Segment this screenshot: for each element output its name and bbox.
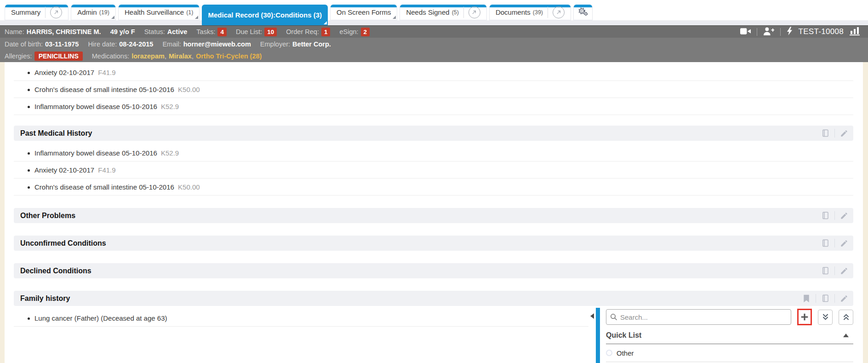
collapse-section-arrow-icon[interactable] bbox=[843, 334, 849, 337]
hire-date-value: 08-24-2015 bbox=[119, 40, 153, 48]
section-title: Unconfirmed Conditions bbox=[20, 239, 106, 248]
tab-divider bbox=[45, 7, 46, 18]
right-scroll-gutter[interactable] bbox=[863, 62, 868, 363]
collapse-all-button[interactable] bbox=[839, 310, 853, 325]
condition-item[interactable]: Inflammatory bowel disease 05-10-2016 K5… bbox=[14, 144, 853, 161]
condition-text[interactable]: Inflammatory bowel disease 05-10-2016 bbox=[34, 149, 157, 157]
edit-pencil-icon[interactable] bbox=[835, 236, 853, 251]
tab-label: On Screen Forms bbox=[337, 8, 391, 16]
status-label: Status: bbox=[144, 28, 165, 35]
section-other-problems: Other Problems bbox=[14, 208, 853, 223]
search-input[interactable] bbox=[620, 313, 787, 321]
left-edge-strip bbox=[0, 62, 5, 363]
condition-code: F41.9 bbox=[98, 166, 115, 174]
tab-health-surveillance[interactable]: Health Surveillance (1) bbox=[118, 5, 200, 20]
quick-list-title: Quick List bbox=[606, 331, 641, 340]
tasks-count-badge[interactable]: 4 bbox=[217, 28, 227, 36]
patient-info-bar: Date of birth: 03-11-1975 Hire date: 08-… bbox=[0, 38, 868, 50]
tab-medical-record-conditions[interactable]: Medical Record (30):Conditions (3) bbox=[202, 5, 328, 25]
conditions-list: Anxiety 02-10-2017 F41.9 Crohn's disease… bbox=[14, 64, 853, 115]
condition-search-popup: Quick List Other bbox=[588, 308, 856, 363]
section-header: Other Problems bbox=[14, 208, 853, 223]
book-icon[interactable] bbox=[816, 291, 834, 306]
quick-list-option-other[interactable]: Other bbox=[606, 344, 853, 362]
external-link-icon[interactable] bbox=[553, 6, 565, 18]
search-icon bbox=[610, 313, 617, 321]
order-req-count-badge[interactable]: 1 bbox=[321, 28, 331, 36]
condition-text[interactable]: Crohn's disease of small intestine 05-10… bbox=[34, 183, 174, 191]
chart-icon[interactable] bbox=[850, 27, 861, 37]
esign-count-badge[interactable]: 2 bbox=[361, 28, 370, 36]
due-list-label: Due List: bbox=[236, 28, 262, 35]
medication-separator: , bbox=[165, 52, 166, 60]
tab-divider bbox=[548, 7, 548, 18]
name-label: Name: bbox=[5, 28, 24, 35]
patient-header-bar: Name: HARRIS, CHRISTINE M. 49 y/o F Stat… bbox=[0, 25, 868, 38]
book-icon[interactable] bbox=[816, 208, 834, 223]
medications-label: Medications: bbox=[92, 52, 129, 60]
condition-item[interactable]: Anxiety 02-10-2017 F41.9 bbox=[14, 161, 853, 179]
add-condition-button[interactable] bbox=[797, 309, 812, 325]
radio-button[interactable] bbox=[606, 350, 612, 356]
email-label: Email: bbox=[162, 40, 181, 48]
condition-text[interactable]: Lung cancer (Father) (Deceased at age 63… bbox=[34, 314, 167, 322]
section-header: Family history bbox=[14, 291, 853, 306]
section-header: Declined Conditions bbox=[14, 263, 853, 278]
edit-pencil-icon[interactable] bbox=[835, 208, 853, 223]
tab-needs-signed[interactable]: Needs Signed (5) bbox=[400, 5, 487, 20]
tab-label: Health Surveillance bbox=[125, 8, 184, 16]
hire-date-label: Hire date: bbox=[88, 40, 117, 48]
bookmark-icon[interactable] bbox=[797, 291, 816, 306]
add-person-icon[interactable] bbox=[763, 27, 774, 37]
condition-text[interactable]: Inflammatory bowel disease 05-10-2016 bbox=[34, 103, 157, 110]
medication-link[interactable]: Miralax bbox=[169, 52, 192, 60]
email-value[interactable]: horner@mieweb.com bbox=[183, 40, 251, 48]
tab-count: (1) bbox=[186, 9, 193, 16]
collapse-popup-button[interactable] bbox=[588, 308, 596, 363]
chart-content: Anxiety 02-10-2017 F41.9 Crohn's disease… bbox=[0, 62, 868, 363]
external-link-icon[interactable] bbox=[468, 6, 480, 18]
allergy-badge[interactable]: PENICILLINS bbox=[34, 52, 83, 61]
edit-pencil-icon[interactable] bbox=[835, 126, 853, 141]
tab-documents[interactable]: Documents (39) bbox=[489, 5, 571, 20]
condition-text[interactable]: Anxiety 02-10-2017 bbox=[34, 166, 94, 174]
section-unconfirmed-conditions: Unconfirmed Conditions bbox=[14, 236, 853, 251]
medication-link[interactable]: Ortho Tri-Cyclen (28) bbox=[196, 52, 262, 60]
medication-link[interactable]: lorazepam bbox=[131, 52, 165, 60]
quick-list-header[interactable]: Quick List bbox=[606, 331, 853, 344]
condition-item[interactable]: Inflammatory bowel disease 05-10-2016 K5… bbox=[14, 98, 853, 115]
tab-settings-button[interactable] bbox=[573, 5, 593, 20]
condition-item[interactable]: Anxiety 02-10-2017 F41.9 bbox=[14, 64, 853, 81]
condition-code: F41.9 bbox=[98, 69, 115, 76]
header-divider bbox=[780, 28, 781, 36]
book-icon[interactable] bbox=[816, 126, 834, 141]
external-link-icon[interactable] bbox=[50, 6, 62, 18]
popup-accent-bar bbox=[596, 308, 600, 363]
tab-admin[interactable]: Admin (19) bbox=[71, 5, 116, 20]
edit-pencil-icon[interactable] bbox=[835, 263, 853, 278]
condition-text[interactable]: Crohn's disease of small intestine 05-10… bbox=[34, 86, 174, 93]
condition-text[interactable]: Anxiety 02-10-2017 bbox=[34, 69, 94, 76]
tab-on-screen-forms[interactable]: On Screen Forms bbox=[330, 5, 397, 20]
book-icon[interactable] bbox=[816, 236, 834, 251]
condition-item[interactable]: Crohn's disease of small intestine 05-10… bbox=[14, 81, 853, 98]
section-header: Unconfirmed Conditions bbox=[14, 236, 853, 251]
video-camera-icon[interactable] bbox=[740, 28, 751, 36]
due-list-count-badge[interactable]: 10 bbox=[264, 28, 277, 36]
collapse-left-arrow-icon bbox=[590, 313, 594, 319]
double-chevron-down-icon bbox=[822, 313, 829, 321]
edit-pencil-icon[interactable] bbox=[835, 291, 853, 306]
patient-name: HARRIS, CHRISTINE M. bbox=[27, 28, 101, 35]
expand-all-button[interactable] bbox=[818, 310, 833, 325]
condition-item[interactable]: Crohn's disease of small intestine 05-10… bbox=[14, 179, 853, 196]
dob-label: Date of birth: bbox=[5, 40, 43, 48]
lightning-icon[interactable] bbox=[787, 27, 793, 37]
tab-summary[interactable]: Summary bbox=[5, 5, 69, 20]
tab-divider bbox=[463, 7, 464, 18]
tab-label: Summary bbox=[11, 8, 40, 16]
search-box[interactable] bbox=[606, 309, 791, 325]
book-icon[interactable] bbox=[816, 263, 834, 278]
gears-icon bbox=[578, 7, 588, 17]
section-header: Past Medical History bbox=[14, 126, 853, 141]
tab-fold-icon bbox=[195, 16, 198, 19]
